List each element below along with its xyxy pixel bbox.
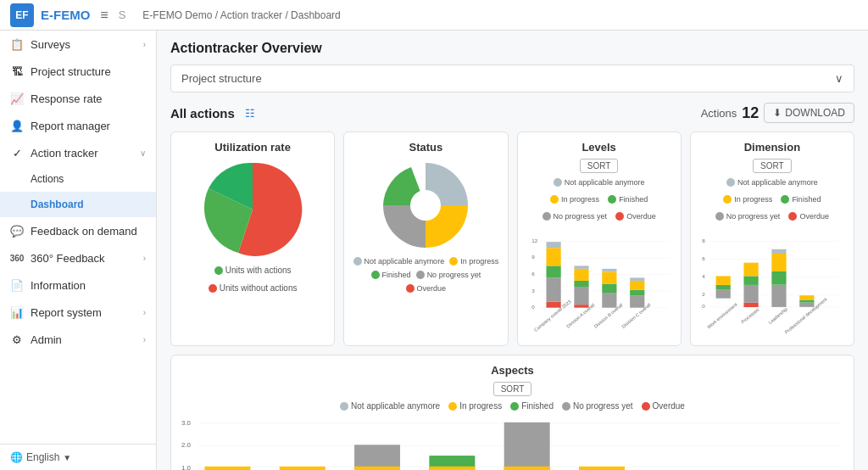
language-selector[interactable]: 🌐 English ▼ — [0, 444, 156, 470]
svg-text:Processes: Processes — [740, 306, 760, 324]
svg-rect-76 — [504, 467, 550, 470]
logo-text: E-FEMO — [41, 8, 90, 22]
sidebar-item-project-structure[interactable]: 🏗 Project structure — [0, 58, 156, 85]
svg-rect-70 — [280, 467, 326, 470]
levels-bar-svg: 12 9 6 3 0 — [526, 224, 672, 334]
svg-text:9: 9 — [531, 255, 535, 260]
legend-ov: Overdue — [615, 212, 656, 221]
svg-rect-26 — [602, 269, 616, 272]
svg-rect-72 — [354, 467, 400, 470]
svg-rect-49 — [743, 276, 758, 284]
sidebar-item-action-tracker[interactable]: ✓ Action tracker ∨ — [0, 139, 156, 166]
svg-rect-59 — [799, 295, 814, 299]
utilization-card: Utilization rate Units with actions — [170, 131, 335, 346]
project-structure-icon: 🏗 — [10, 64, 24, 78]
svg-text:1.0: 1.0 — [181, 464, 192, 470]
aspects-legend: Not applicable anymore In progress Finis… — [180, 401, 845, 411]
topbar: EF E-FEMO ≡ S E-FEMO Demo / Action track… — [0, 0, 868, 31]
status-pie-svg — [379, 159, 472, 252]
svg-rect-20 — [574, 269, 588, 281]
svg-rect-53 — [771, 271, 786, 285]
svg-text:12: 12 — [531, 238, 537, 243]
svg-rect-30 — [630, 281, 644, 290]
legend-ov: Overdue — [642, 401, 685, 411]
legend-ip: In progress — [448, 401, 502, 411]
sidebar-item-feedback-demand[interactable]: 💬 Feedback on demand — [0, 217, 156, 244]
legend-not-applicable: Not applicable anymore — [353, 257, 445, 266]
sidebar-item-admin[interactable]: ⚙ Admin › — [0, 326, 156, 353]
legend-ov: Overdue — [788, 212, 829, 221]
actions-row-left: All actions ☷ — [170, 104, 259, 121]
sidebar-item-report-manager[interactable]: 👤 Report manager — [0, 112, 156, 139]
dimension-card: Dimension SORT Not applicable anymore In… — [690, 131, 854, 346]
levels-legend: Not applicable anymore In progress Finis… — [526, 178, 672, 221]
information-icon: 📄 — [10, 278, 24, 292]
breadcrumb: E-FEMO Demo / Action tracker / Dashboard — [142, 9, 340, 21]
svg-text:0: 0 — [702, 303, 705, 309]
sidebar-toggle-icon[interactable]: ≡ — [100, 8, 108, 23]
legend-units-with-actions: Units with actions — [214, 266, 292, 275]
svg-rect-55 — [771, 249, 786, 254]
legend-dot — [209, 284, 217, 293]
svg-rect-54 — [771, 254, 786, 271]
legend-dot — [416, 271, 425, 279]
svg-text:0: 0 — [531, 304, 535, 310]
legend-ip: In progress — [723, 195, 772, 204]
svg-rect-57 — [799, 303, 814, 307]
svg-rect-77 — [579, 467, 625, 470]
legend-ip: In progress — [550, 195, 599, 204]
legend-np: No progress yet — [715, 212, 781, 221]
sidebar-item-360-feedback[interactable]: 360 360° Feedback › — [0, 244, 156, 271]
sidebar-item-response-rate[interactable]: 📈 Response rate — [0, 85, 156, 112]
aspects-bar-svg: 3.0 2.0 1.0 0 — [180, 416, 845, 470]
sidebar-item-information[interactable]: 📄 Information — [0, 271, 156, 299]
svg-text:8: 8 — [702, 238, 705, 243]
svg-text:6: 6 — [531, 271, 535, 277]
actions-text: Actions — [701, 107, 737, 120]
charts-row: Utilization rate Units with actions — [170, 131, 854, 346]
svg-rect-75 — [504, 422, 550, 470]
svg-rect-44 — [715, 285, 730, 289]
dimension-bar-svg: 8 6 4 2 0 Work environment — [699, 224, 845, 334]
download-icon: ⬇ — [773, 107, 782, 119]
legend-na: Not applicable anymore — [726, 178, 818, 187]
project-structure-label: Project structure — [181, 72, 262, 85]
actions-count-area: Actions 12 ⬇ DOWNLOAD — [701, 103, 854, 123]
sidebar-item-surveys[interactable]: 📋 Surveys › — [0, 31, 156, 58]
sidebar-item-dashboard[interactable]: Dashboard — [0, 192, 156, 217]
svg-rect-45 — [715, 276, 730, 284]
aspects-card: Aspects SORT Not applicable anymore In p… — [170, 355, 854, 470]
svg-rect-14 — [546, 248, 560, 266]
legend-fin: Finished — [510, 401, 554, 411]
svg-rect-23 — [602, 293, 616, 308]
surveys-icon: 📋 — [10, 37, 24, 51]
dropdown-arrow-icon: ∨ — [835, 72, 843, 85]
sidebar-item-report-system[interactable]: 📊 Report system › — [0, 299, 156, 326]
arrow-icon: ∨ — [140, 148, 146, 158]
download-button[interactable]: ⬇ DOWNLOAD — [764, 103, 854, 123]
sidebar-item-actions[interactable]: Actions — [0, 166, 156, 192]
svg-text:4: 4 — [702, 273, 705, 279]
dimension-sort-button[interactable]: SORT — [753, 159, 792, 173]
arrow-icon: › — [143, 308, 146, 317]
filter-icon[interactable]: ☷ — [242, 104, 259, 121]
svg-rect-28 — [630, 296, 644, 308]
project-structure-dropdown[interactable]: Project structure ∨ — [170, 64, 854, 92]
actions-count-badge: 12 — [742, 104, 759, 122]
action-tracker-icon: ✓ — [10, 146, 24, 159]
aspects-sort-button[interactable]: SORT — [493, 382, 532, 396]
360-feedback-icon: 360 — [10, 251, 24, 265]
svg-rect-58 — [799, 299, 814, 302]
legend-no-progress: No progress yet — [416, 271, 481, 279]
legend-fin: Finished — [608, 195, 648, 204]
legend-dot — [214, 266, 223, 275]
svg-text:Leadership: Leadership — [767, 306, 788, 325]
legend-dot — [449, 257, 458, 266]
levels-sort-button[interactable]: SORT — [580, 159, 619, 173]
content-area: Actiontracker Overview Project structure… — [157, 31, 868, 470]
svg-rect-29 — [630, 290, 644, 296]
svg-text:3: 3 — [531, 288, 535, 294]
svg-rect-71 — [354, 445, 400, 470]
status-title: Status — [353, 141, 498, 154]
svg-rect-69 — [204, 467, 250, 470]
